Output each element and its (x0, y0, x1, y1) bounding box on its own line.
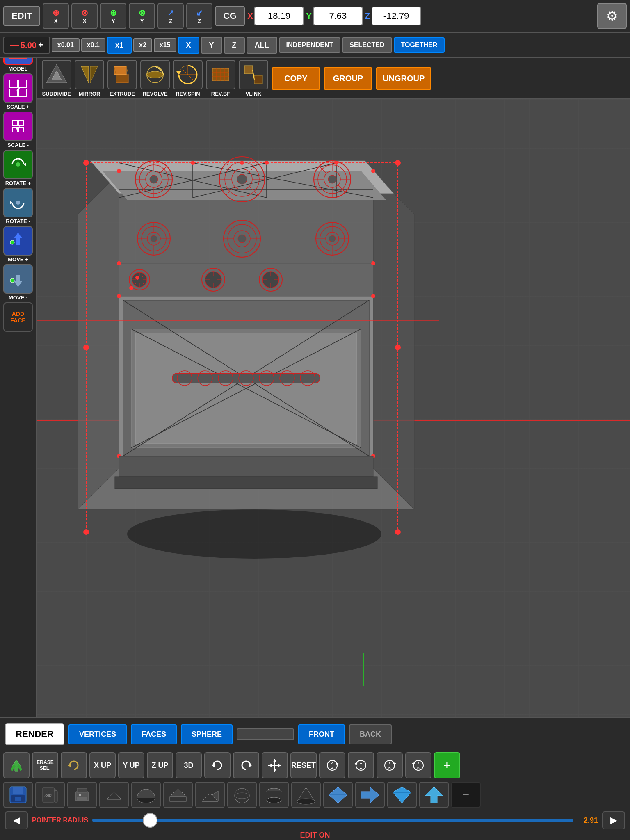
shape-flat-button[interactable] (99, 782, 129, 808)
all-tab[interactable]: ALL (247, 37, 277, 54)
mult-x15-button[interactable]: x15 (154, 38, 176, 52)
recycle-button[interactable] (3, 752, 30, 778)
shape-uparrow-button[interactable] (419, 782, 449, 808)
nav-back-button[interactable]: ◀ (5, 811, 28, 829)
shape-sphere-button[interactable] (227, 782, 257, 808)
svg-point-187 (240, 161, 244, 165)
gear-icon: ⚙ (606, 8, 618, 24)
front-tab[interactable]: FRONT (298, 724, 345, 744)
z-up-button[interactable]: Z UP (147, 752, 173, 778)
shape-diamond-button[interactable] (323, 782, 353, 808)
scale-minus-button[interactable]: ↙ SCALE - (2, 112, 34, 148)
svg-point-25 (10, 278, 14, 283)
together-tab[interactable]: TOGETHER (394, 37, 445, 53)
rev-bf-button[interactable]: REV.BF (206, 60, 235, 97)
undo-button[interactable] (61, 752, 87, 778)
axis-y-pos-button[interactable]: ⊕ Y (100, 3, 126, 29)
axis-x-pos-button[interactable]: ⊕ X (43, 3, 69, 29)
axis-z-neg-button[interactable]: ↙ Z (186, 3, 212, 29)
axis-y-neg-button[interactable]: ⊗ Y (129, 3, 155, 29)
settings-button[interactable]: ⚙ (597, 3, 627, 29)
move-minus-button[interactable]: MOVE - (2, 264, 34, 301)
render-button[interactable]: RENDER (5, 723, 64, 745)
svg-text:.OBJ: .OBJ (44, 794, 52, 797)
shape-cylinder-button[interactable] (259, 782, 289, 808)
svg-rect-162 (172, 373, 320, 383)
coord-y-input[interactable] (313, 7, 363, 25)
add-button[interactable]: + (434, 752, 460, 778)
left-sidebar: MODEL ↗ SCALE + ↙ SCALE - (0, 33, 37, 717)
print-button[interactable] (67, 782, 97, 808)
slider-thumb[interactable] (143, 813, 158, 828)
svg-marker-205 (336, 763, 339, 765)
axis-z-pos-button[interactable]: ↗ Z (158, 3, 184, 29)
sphere-tab[interactable]: SPHERE (181, 724, 233, 744)
axis-y-tab[interactable]: Y (201, 37, 222, 54)
x-up-button[interactable]: X UP (89, 752, 116, 778)
svg-marker-200 (268, 764, 272, 767)
mult-x01-button[interactable]: x0.1 (81, 38, 105, 52)
redo-button[interactable] (233, 752, 259, 778)
erase-sel-button[interactable]: ERASE SEL. (32, 752, 58, 778)
svg-point-171 (395, 160, 401, 166)
shape-cone-button[interactable] (291, 782, 321, 808)
group-button[interactable]: GROUP (324, 67, 372, 90)
independent-tab[interactable]: INDEPENDENT (279, 37, 341, 53)
mult-x001-button[interactable]: x0.01 (52, 38, 80, 52)
rotate-minus-button[interactable]: ROTATE - (2, 188, 34, 224)
vlink-button[interactable]: VLINK (239, 60, 268, 97)
shape-flat2-button[interactable] (163, 782, 193, 808)
svg-point-170 (83, 160, 89, 166)
shape-wedge-button[interactable] (195, 782, 225, 808)
shape-round-button[interactable] (131, 782, 161, 808)
rot-z-ccw-button[interactable]: X Z (348, 752, 374, 778)
nav-forward-button[interactable]: ▶ (602, 811, 625, 829)
undo2-button[interactable] (204, 752, 231, 778)
empty-tab[interactable] (237, 728, 294, 740)
svg-rect-191 (115, 477, 377, 489)
coord-z-input[interactable] (372, 7, 421, 25)
selected-tab[interactable]: SELECTED (342, 37, 392, 53)
pointer-radius-slider[interactable] (92, 819, 573, 822)
rot-z-cw-button[interactable]: X Z (319, 752, 345, 778)
y-up-button[interactable]: Y UP (118, 752, 144, 778)
shape-arrow-button[interactable] (355, 782, 385, 808)
3d-button[interactable]: 3D (176, 752, 202, 778)
move-plus-button[interactable]: MOVE + (2, 226, 34, 262)
export-obj-button[interactable]: .OBJ (35, 782, 65, 808)
subdivide-button[interactable]: SUBDIVIDE (42, 60, 71, 97)
rot-y-cw-button[interactable]: Y K (377, 752, 403, 778)
mirror-button[interactable]: MIRROR (75, 60, 104, 97)
coord-x-input[interactable] (254, 7, 304, 25)
axis-z-tab[interactable]: Z (224, 37, 245, 54)
svg-line-44 (182, 69, 188, 75)
add-face-button[interactable]: ADDFACE placeholder (2, 302, 34, 339)
viewport[interactable] (37, 99, 630, 717)
rot-y-ccw-button[interactable]: Y K (405, 752, 431, 778)
z-up-label: Z UP (151, 761, 168, 770)
vertices-tab[interactable]: VERTICES (68, 724, 127, 744)
revolve-button[interactable]: REVOLVE (140, 60, 170, 97)
svg-rect-132 (119, 263, 373, 296)
rev-spin-button[interactable]: REV.SPIN (173, 60, 203, 97)
scale-plus-button[interactable]: ↗ SCALE + (2, 73, 34, 110)
ungroup-button[interactable]: UNGROUP (376, 67, 431, 90)
shape-gem-button[interactable] (387, 782, 417, 808)
mult-x2-button[interactable]: x2 (133, 38, 152, 52)
axis-x-neg-button[interactable]: ⊗ X (71, 3, 98, 29)
extrude-button[interactable]: EXTRUDE (107, 60, 137, 97)
reset-button[interactable]: RESET (290, 752, 317, 778)
move-icon-button[interactable] (262, 752, 288, 778)
svg-point-183 (371, 294, 375, 298)
save-button[interactable] (3, 782, 33, 808)
remove-button[interactable]: − (451, 782, 481, 808)
copy-button[interactable]: COPY (272, 67, 320, 90)
cg-button[interactable]: CG (215, 6, 245, 26)
reset-label: RESET (291, 761, 316, 770)
back-tab[interactable]: BACK (349, 724, 392, 744)
faces-tab[interactable]: FACES (131, 724, 177, 744)
mult-x1-button[interactable]: x1 (107, 37, 132, 54)
edit-button[interactable]: EDIT (3, 6, 40, 26)
axis-x-tab[interactable]: X (178, 37, 199, 54)
rotate-plus-button[interactable]: ROTATE + (2, 150, 34, 186)
